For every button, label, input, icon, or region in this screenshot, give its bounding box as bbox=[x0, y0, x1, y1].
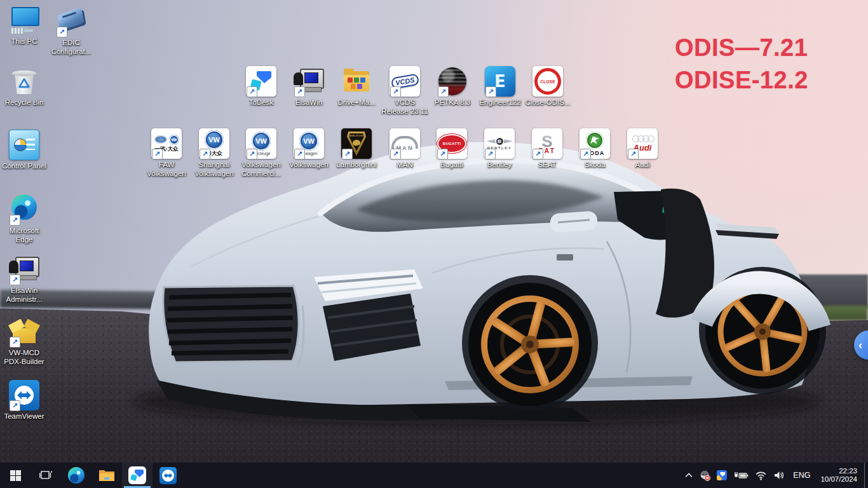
shortcut-arrow-icon: ↗ bbox=[437, 149, 448, 159]
task-view-button[interactable] bbox=[31, 463, 61, 488]
desktop-icon-bentley[interactable]: B BENTLEY ↗ Bentley bbox=[475, 128, 524, 170]
tray-network-icon[interactable] bbox=[752, 463, 770, 488]
desktop-icon-engineer122[interactable]: E ↗ Engineer122 bbox=[476, 66, 524, 107]
teamviewer-icon bbox=[159, 467, 177, 484]
desktop-icon-elsawin-administration[interactable]: ↗ ElsaWin Administr... bbox=[0, 254, 48, 304]
shortcut-arrow-icon: ↗ bbox=[152, 149, 163, 159]
todesk-icon bbox=[128, 466, 146, 484]
vw-logo-icon: VW 海大众 ↗ bbox=[199, 128, 229, 159]
bugatti-logo-icon: BUGATTI ↗ bbox=[437, 128, 467, 159]
shortcut-arrow-icon: ↗ bbox=[294, 149, 305, 159]
faw-vw-logo-icon: VW 一汽-大众 ↗ bbox=[151, 128, 182, 159]
lamborghini-shield-icon: LAMBORGHINI ↗ bbox=[341, 128, 372, 159]
edge-icon bbox=[68, 467, 85, 484]
tray-language-indicator[interactable]: ENG bbox=[788, 463, 815, 488]
shortcut-arrow-icon: ↗ bbox=[485, 86, 496, 97]
tray-date: 10/07/2024 bbox=[820, 475, 857, 484]
man-logo-icon: MAN ↗ bbox=[390, 128, 420, 159]
start-button[interactable] bbox=[0, 463, 31, 488]
desktop-icon-teamviewer[interactable]: ↗ TeamViewer bbox=[0, 380, 48, 421]
desktop-icon-shanghai-volkswagen[interactable]: VW 海大众 ↗ Shanghai Volkswagen bbox=[190, 128, 238, 178]
desktop-icon-recycle-bin[interactable]: Recycle Bin bbox=[0, 66, 48, 107]
todesk-icon: ↗ bbox=[246, 66, 276, 97]
engineer-icon: E ↗ bbox=[485, 66, 515, 97]
control-panel-icon bbox=[9, 130, 39, 160]
file-explorer-icon bbox=[98, 468, 115, 482]
shortcut-arrow-icon: ↗ bbox=[342, 149, 353, 159]
elsawin-icon: ↗ bbox=[9, 254, 39, 285]
tray-volume-icon[interactable] bbox=[770, 463, 788, 488]
desktop-icon-vcds[interactable]: VCDS ↗ VCDS Release 23.11 bbox=[381, 66, 429, 116]
shortcut-arrow-icon: ↗ bbox=[580, 149, 591, 159]
shortcut-arrow-icon: ↗ bbox=[247, 149, 257, 159]
odis-version-line1: ODIS—7.21 bbox=[675, 32, 808, 64]
desktop-icon-microsoft-edge[interactable]: ↗ Microsoft Edge bbox=[0, 192, 48, 244]
shortcut-arrow-icon: ↗ bbox=[10, 215, 20, 226]
desktop-icon-todesk[interactable]: ↗ ToDesk bbox=[237, 66, 285, 107]
tray-chevron-up-icon[interactable] bbox=[681, 463, 696, 488]
desktop-icon-vw-mcd-pdx-builder[interactable]: ↗ VW-MCD PDX-Builder bbox=[0, 316, 48, 366]
desktop-icon-this-pc[interactable]: This PC bbox=[0, 5, 48, 46]
folder-icon bbox=[341, 66, 372, 97]
desktop-icon-skoda[interactable]: KODA ↗ Skoda bbox=[571, 128, 619, 170]
bentley-wings-icon: B BENTLEY ↗ bbox=[484, 128, 515, 159]
tray-power-icon[interactable] bbox=[730, 463, 752, 488]
desktop-icon-close-odis[interactable]: CLOSE Close-ODIS... bbox=[524, 66, 572, 107]
this-pc-icon bbox=[9, 5, 39, 36]
desktop-icon-elsawin[interactable]: ↗ ElsaWin bbox=[285, 66, 333, 107]
desktop-icon-volkswagen[interactable]: VW lkswagen ↗ Volkswagen bbox=[285, 128, 333, 170]
desktop-icon-seat[interactable]: S EAT ↗ SEAT bbox=[523, 128, 571, 170]
shortcut-arrow-icon: ↗ bbox=[628, 149, 639, 159]
shortcut-arrow-icon: ↗ bbox=[294, 86, 305, 97]
desktop-icon-control-panel[interactable]: Control Panel bbox=[0, 130, 48, 171]
desktop-icon-faw-volkswagen[interactable]: VW 一汽-大众 ↗ FAW Volkswagen bbox=[142, 128, 191, 178]
vcds-icon: VCDS ↗ bbox=[390, 66, 420, 97]
taskbar-file-explorer-button[interactable] bbox=[92, 463, 122, 488]
tray-clock[interactable]: 22:23 10/07/2024 bbox=[815, 467, 862, 484]
elsawin-icon: ↗ bbox=[294, 66, 324, 97]
skoda-logo-icon: KODA ↗ bbox=[580, 128, 610, 159]
taskbar-edge-button[interactable] bbox=[61, 463, 92, 488]
vw-logo-icon: VW fahrzeuge ↗ bbox=[246, 128, 276, 159]
shortcut-arrow-icon: ↗ bbox=[57, 27, 67, 37]
desktop-icon-edic-configurator[interactable]: ↗ EDIC Configurat... bbox=[47, 6, 95, 56]
shortcut-arrow-icon: ↗ bbox=[390, 149, 401, 159]
shortcut-arrow-icon: ↗ bbox=[485, 149, 496, 159]
edge-icon: ↗ bbox=[9, 194, 39, 225]
tray-app-error-icon[interactable] bbox=[696, 463, 714, 488]
shortcut-arrow-icon: ↗ bbox=[438, 86, 449, 97]
desktop-icon-drive-ma[interactable]: Drive+Ma... bbox=[332, 66, 381, 107]
taskbar: ENG 22:23 10/07/2024 bbox=[0, 463, 868, 488]
desktop-icon-volkswagen-commercial[interactable]: VW fahrzeuge ↗ Volkswagen Commerci... bbox=[237, 128, 285, 178]
shortcut-arrow-icon: ↗ bbox=[247, 86, 257, 97]
vw-logo-icon: VW lkswagen ↗ bbox=[294, 128, 324, 159]
teamviewer-icon: ↗ bbox=[9, 380, 39, 410]
odis-version-line2: ODISE-12.2 bbox=[675, 64, 808, 97]
recycle-bin-icon bbox=[9, 66, 39, 97]
tray-time: 22:23 bbox=[820, 467, 857, 475]
tray-todesk-icon[interactable] bbox=[714, 463, 730, 488]
desktop-icon-bugatti[interactable]: BUGATTI ↗ Bugatti bbox=[428, 128, 476, 170]
seat-logo-icon: S EAT ↗ bbox=[532, 128, 562, 159]
windows-logo-icon bbox=[10, 470, 21, 481]
desktop-icon-lamborghini[interactable]: LAMBORGHINI ↗ Lamborghini bbox=[332, 128, 381, 170]
task-view-icon bbox=[39, 470, 52, 480]
close-sign-icon: CLOSE bbox=[532, 66, 563, 97]
shortcut-arrow-icon: ↗ bbox=[10, 400, 20, 411]
desktop: ODIS—7.21 ODISE-12.2 This PC ↗ EDIC Conf… bbox=[0, 0, 868, 488]
desktop-icon-audi[interactable]: Audi ↗ Audi bbox=[618, 128, 667, 170]
show-desktop-button[interactable] bbox=[864, 463, 868, 488]
shortcut-arrow-icon: ↗ bbox=[10, 274, 20, 285]
desktop-icon-man[interactable]: MAN ↗ MAN bbox=[381, 128, 429, 170]
open-box-icon: ↗ bbox=[9, 316, 39, 347]
taskbar-todesk-button[interactable] bbox=[122, 463, 153, 488]
audi-logo-icon: Audi ↗ bbox=[627, 128, 658, 159]
shortcut-arrow-icon: ↗ bbox=[532, 149, 543, 159]
chevron-left-icon: ‹ bbox=[858, 339, 862, 352]
taskbar-teamviewer-button[interactable] bbox=[153, 463, 183, 488]
shortcut-arrow-icon: ↗ bbox=[200, 149, 210, 159]
odis-version-banner: ODIS—7.21 ODISE-12.2 bbox=[675, 32, 808, 97]
desktop-icon-petka[interactable]: ↗ PETKA 8.3 bbox=[428, 66, 477, 107]
edic-device-icon: ↗ bbox=[56, 6, 86, 37]
petka-sphere-icon: ↗ bbox=[437, 66, 468, 97]
